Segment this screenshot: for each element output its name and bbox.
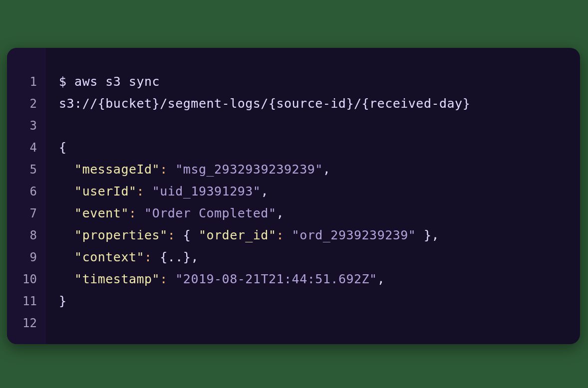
token-orange: :	[137, 184, 145, 198]
line-number: 6	[7, 181, 46, 202]
token-val: "msg_2932939239239"	[175, 162, 322, 177]
code-text[interactable]: "userId": "uid_19391293",	[46, 181, 269, 202]
token-key: "messageId"	[74, 162, 160, 177]
code-line[interactable]: 7 "event": "Order Completed",	[7, 202, 580, 224]
token-punc	[59, 272, 74, 286]
code-line[interactable]: 10 "timestamp": "2019-08-21T21:44:51.692…	[7, 268, 580, 290]
line-number: 1	[7, 71, 46, 93]
token-key: "userId"	[74, 184, 136, 198]
token-punc	[59, 206, 74, 220]
token-plain: $ aws s3 sync	[59, 74, 160, 89]
token-key: "event"	[74, 206, 129, 220]
code-editor-frame: 1$ aws s3 sync2s3://{bucket}/segment-log…	[7, 48, 580, 344]
token-orange: :	[276, 228, 284, 242]
token-key: "properties"	[74, 228, 168, 242]
code-text[interactable]: "messageId": "msg_2932939239239",	[46, 159, 330, 181]
token-punc: ,	[276, 206, 284, 220]
token-val: "uid_19391293"	[152, 184, 261, 198]
code-text[interactable]: "properties": { "order_id": "ord_2939239…	[46, 224, 439, 246]
line-number: 11	[7, 290, 46, 312]
token-punc: {	[175, 228, 199, 242]
code-text[interactable]: {	[46, 137, 67, 159]
code-content[interactable]: 1$ aws s3 sync2s3://{bucket}/segment-log…	[7, 48, 580, 334]
code-text[interactable]: s3://{bucket}/segment-logs/{source-id}/{…	[46, 93, 470, 115]
token-punc: {	[59, 140, 67, 155]
token-punc: },	[183, 250, 199, 264]
token-punc	[59, 228, 74, 242]
line-number: 4	[7, 137, 46, 159]
token-key: "order_id"	[199, 228, 277, 242]
code-line[interactable]: 1$ aws s3 sync	[7, 71, 580, 93]
token-key: "context"	[74, 250, 144, 264]
code-text[interactable]: }	[46, 290, 67, 312]
code-line[interactable]: 4{	[7, 137, 580, 159]
code-line[interactable]: 9 "context": {..},	[7, 246, 580, 268]
line-number: 8	[7, 224, 46, 246]
line-number: 2	[7, 93, 46, 115]
token-val: "ord_2939239239"	[292, 228, 416, 242]
token-orange: :	[144, 250, 152, 264]
code-line[interactable]: 6 "userId": "uid_19391293",	[7, 181, 580, 202]
token-punc	[168, 162, 176, 177]
line-number: 7	[7, 202, 46, 224]
code-line[interactable]: 3	[7, 115, 580, 137]
code-line[interactable]: 2s3://{bucket}/segment-logs/{source-id}/…	[7, 93, 580, 115]
line-number: 3	[7, 115, 46, 137]
token-punc	[168, 272, 176, 286]
token-punc	[284, 228, 292, 242]
code-line[interactable]: 12	[7, 312, 580, 334]
token-punc	[59, 184, 74, 198]
token-punc: ,	[323, 162, 331, 177]
code-text[interactable]: $ aws s3 sync	[46, 71, 160, 93]
line-number: 9	[7, 246, 46, 268]
token-plain: s3://{bucket}/segment-logs/{source-id}/{…	[59, 96, 470, 111]
line-number: 10	[7, 268, 46, 290]
token-punc	[59, 162, 74, 177]
code-text[interactable]: "timestamp": "2019-08-21T21:44:51.692Z",	[46, 268, 385, 290]
token-punc	[59, 250, 74, 264]
token-key: "timestamp"	[74, 272, 160, 286]
token-punc: },	[416, 228, 439, 242]
code-line[interactable]: 8 "properties": { "order_id": "ord_29392…	[7, 224, 580, 246]
token-orange: :	[160, 162, 168, 177]
token-val: "2019-08-21T21:44:51.692Z"	[175, 272, 377, 286]
token-orange: :	[160, 272, 168, 286]
token-dots: ..	[168, 250, 183, 264]
code-text[interactable]: "event": "Order Completed",	[46, 202, 284, 224]
code-text[interactable]: "context": {..},	[46, 246, 199, 268]
token-punc: ,	[261, 184, 269, 198]
code-line[interactable]: 5 "messageId": "msg_2932939239239",	[7, 159, 580, 181]
token-punc: {	[152, 250, 168, 264]
token-punc	[144, 184, 152, 198]
code-line[interactable]: 11}	[7, 290, 580, 312]
token-punc: ,	[377, 272, 385, 286]
token-punc: }	[59, 294, 67, 308]
token-punc	[137, 206, 145, 220]
token-val: "Order Completed"	[144, 206, 276, 220]
token-orange: :	[129, 206, 137, 220]
token-orange: :	[168, 228, 176, 242]
line-number: 12	[7, 312, 46, 334]
line-number: 5	[7, 159, 46, 181]
